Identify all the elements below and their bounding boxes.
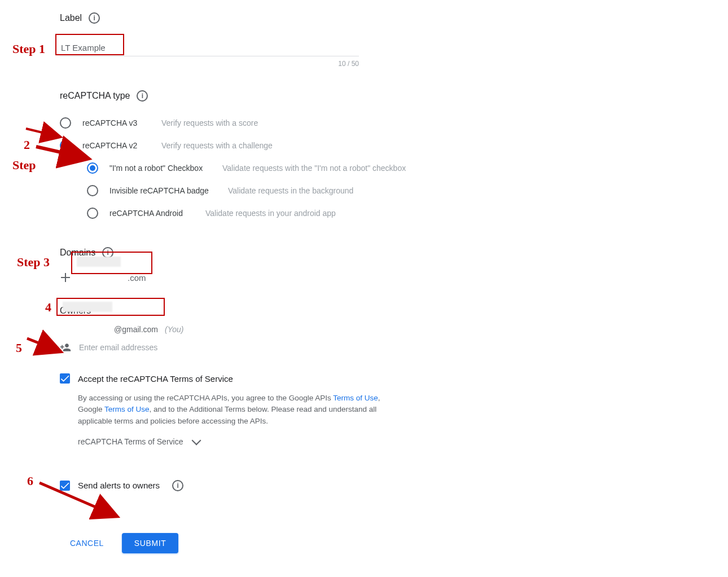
annotation-step2-num: 2 <box>24 138 30 152</box>
tos-checkbox[interactable] <box>60 373 70 384</box>
tos-expand-label: reCAPTCHA Terms of Service <box>78 437 183 446</box>
cancel-button[interactable]: CANCEL <box>68 534 106 552</box>
svg-line-2 <box>27 338 59 351</box>
annotation-step6-text: 6 <box>27 474 33 488</box>
annotation-step2-text: Step <box>12 158 36 173</box>
radio-row-v2-android: reCAPTCHA Android Validate requests in y… <box>87 202 455 224</box>
radio-v3[interactable] <box>60 117 71 129</box>
owner-email-suffix: @gmail.com <box>114 325 158 334</box>
annotation-step4-text: 4 <box>45 300 51 315</box>
radio-v2-invisible-desc: Validate requests in the background <box>228 186 353 195</box>
tos-checkbox-row: Accept the reCAPTCHA Terms of Service <box>60 373 455 384</box>
alerts-label: Send alerts to owners <box>78 481 160 490</box>
owners-title-text: Owners <box>60 306 91 316</box>
radio-v2-desc: Verify requests with a challenge <box>161 141 273 150</box>
radio-row-v2-checkbox: "I'm not a robot" Checkbox Validate requ… <box>87 157 455 179</box>
radio-v2-invisible-label: Invisible reCAPTCHA badge <box>109 186 217 195</box>
label-input[interactable] <box>60 39 359 56</box>
radio-v2-android[interactable] <box>87 208 98 219</box>
radio-row-v2-invisible: Invisible reCAPTCHA badge Validate reque… <box>87 179 455 202</box>
add-owner-placeholder: Enter email addresses <box>79 343 157 352</box>
svg-line-0 <box>26 129 59 136</box>
annotation-step5-text: 5 <box>16 341 22 355</box>
plus-icon <box>60 272 71 283</box>
radio-v2-label: reCAPTCHA v2 <box>82 141 150 150</box>
chevron-down-icon <box>192 435 201 445</box>
radio-v2-checkbox[interactable] <box>87 162 98 174</box>
label-char-counter: 10 / 50 <box>60 60 359 68</box>
submit-button[interactable]: SUBMIT <box>122 533 179 553</box>
domains-title-text: Domains <box>60 248 95 258</box>
radio-v3-desc: Verify requests with a score <box>161 118 258 127</box>
label-title-text: Label <box>60 13 82 23</box>
radio-v2-checkbox-desc: Validate requests with the "I'm not a ro… <box>222 164 406 173</box>
alerts-checkbox-row: Send alerts to owners i <box>60 480 455 491</box>
type-section-title: reCAPTCHA type i <box>60 90 455 102</box>
radio-v2[interactable] <box>60 140 71 151</box>
radio-v2-invisible[interactable] <box>87 185 98 196</box>
info-icon[interactable]: i <box>137 90 148 102</box>
radio-v2-android-label: reCAPTCHA Android <box>109 209 194 218</box>
domains-section-title: Domains i <box>60 247 455 258</box>
radio-v2-android-desc: Validate requests in your android app <box>205 209 336 218</box>
info-icon[interactable]: i <box>89 12 100 24</box>
label-section-title: Label i <box>60 12 455 24</box>
owner-row-0: @gmail.com (You) <box>60 325 455 334</box>
info-icon[interactable]: i <box>172 480 183 491</box>
radio-v2-checkbox-label: "I'm not a robot" Checkbox <box>109 164 211 173</box>
domain-suffix: .com <box>128 273 146 283</box>
tos-link-1[interactable]: Terms of Use <box>333 394 378 402</box>
alerts-checkbox[interactable] <box>60 481 70 491</box>
tos-link-2[interactable]: Terms of Use <box>104 405 150 413</box>
annotation-step3-text: Step 3 <box>17 255 50 270</box>
info-icon[interactable]: i <box>102 247 113 258</box>
domain-entry-row[interactable]: .com <box>60 272 455 283</box>
owner-you-label: (You) <box>165 325 183 334</box>
type-title-text: reCAPTCHA type <box>60 91 130 101</box>
annotation-step1-text: Step 1 <box>12 42 45 56</box>
radio-row-v2: reCAPTCHA v2 Verify requests with a chal… <box>60 134 455 157</box>
tos-expand[interactable]: reCAPTCHA Terms of Service <box>78 437 455 446</box>
owners-section-title: Owners <box>60 306 455 316</box>
tos-label: Accept the reCAPTCHA Terms of Service <box>78 374 233 384</box>
radio-row-v3: reCAPTCHA v3 Verify requests with a scor… <box>60 112 455 134</box>
add-owner-row[interactable]: Enter email addresses <box>60 342 455 353</box>
radio-v3-label: reCAPTCHA v3 <box>82 118 150 127</box>
tos-body: By accessing or using the reCAPTCHA APIs… <box>78 393 383 427</box>
person-add-icon <box>60 342 71 353</box>
